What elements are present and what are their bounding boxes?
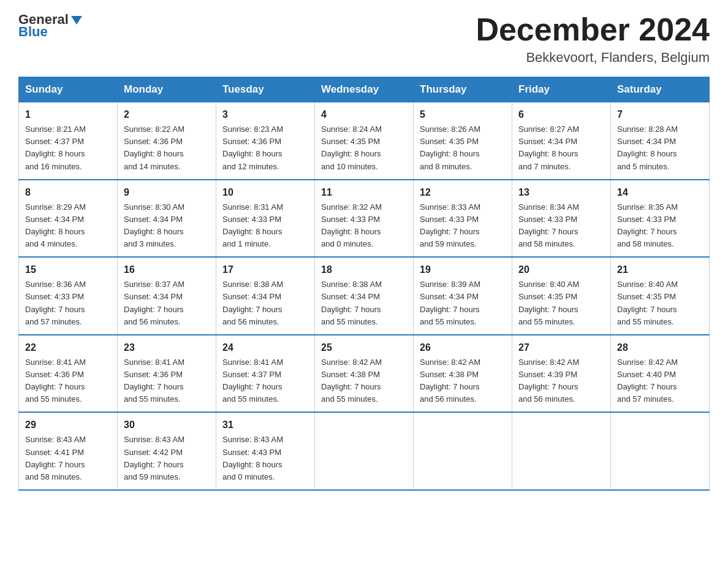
day-number: 24: [222, 340, 308, 355]
day-number: 22: [25, 340, 111, 355]
day-number: 2: [124, 107, 210, 122]
day-cell-20: 20Sunrise: 8:40 AM Sunset: 4:35 PM Dayli…: [512, 257, 611, 335]
day-info: Sunrise: 8:23 AM Sunset: 4:36 PM Dayligh…: [222, 123, 308, 173]
day-cell-27: 27Sunrise: 8:42 AM Sunset: 4:39 PM Dayli…: [512, 335, 611, 413]
day-info: Sunrise: 8:24 AM Sunset: 4:35 PM Dayligh…: [321, 123, 407, 173]
logo: General Blue: [18, 12, 83, 39]
day-number: 23: [124, 340, 210, 355]
day-number: 4: [321, 107, 407, 122]
day-cell-6: 6Sunrise: 8:27 AM Sunset: 4:34 PM Daylig…: [512, 102, 611, 180]
day-info: Sunrise: 8:39 AM Sunset: 4:34 PM Dayligh…: [420, 278, 506, 328]
day-info: Sunrise: 8:31 AM Sunset: 4:33 PM Dayligh…: [222, 201, 308, 251]
day-number: 11: [321, 185, 407, 200]
day-number: 30: [124, 418, 210, 432]
logo-arrow-icon: [70, 13, 83, 27]
day-info: Sunrise: 8:36 AM Sunset: 4:33 PM Dayligh…: [25, 278, 111, 328]
day-number: 1: [25, 107, 111, 122]
day-cell-22: 22Sunrise: 8:41 AM Sunset: 4:36 PM Dayli…: [19, 335, 118, 413]
empty-cell: [611, 412, 710, 490]
week-row-3: 15Sunrise: 8:36 AM Sunset: 4:33 PM Dayli…: [19, 257, 710, 335]
day-number: 27: [518, 340, 604, 355]
day-info: Sunrise: 8:42 AM Sunset: 4:39 PM Dayligh…: [518, 356, 604, 406]
day-cell-7: 7Sunrise: 8:28 AM Sunset: 4:34 PM Daylig…: [611, 102, 710, 180]
day-number: 26: [420, 340, 506, 355]
day-number: 10: [222, 185, 308, 200]
day-number: 31: [222, 418, 308, 432]
day-info: Sunrise: 8:38 AM Sunset: 4:34 PM Dayligh…: [222, 278, 308, 328]
day-info: Sunrise: 8:42 AM Sunset: 4:38 PM Dayligh…: [321, 356, 407, 406]
day-number: 13: [518, 185, 604, 200]
day-info: Sunrise: 8:37 AM Sunset: 4:34 PM Dayligh…: [124, 278, 210, 328]
day-number: 19: [420, 262, 506, 277]
day-cell-12: 12Sunrise: 8:33 AM Sunset: 4:33 PM Dayli…: [414, 180, 512, 258]
logo-blue: Blue: [18, 25, 48, 39]
day-info: Sunrise: 8:28 AM Sunset: 4:34 PM Dayligh…: [617, 123, 703, 173]
day-info: Sunrise: 8:43 AM Sunset: 4:41 PM Dayligh…: [25, 434, 111, 483]
day-info: Sunrise: 8:40 AM Sunset: 4:35 PM Dayligh…: [518, 278, 604, 328]
title-block: December 2024 Bekkevoort, Flanders, Belg…: [476, 12, 710, 66]
day-cell-23: 23Sunrise: 8:41 AM Sunset: 4:36 PM Dayli…: [118, 335, 216, 413]
day-info: Sunrise: 8:21 AM Sunset: 4:37 PM Dayligh…: [25, 123, 111, 173]
day-cell-25: 25Sunrise: 8:42 AM Sunset: 4:38 PM Dayli…: [315, 335, 414, 413]
day-info: Sunrise: 8:38 AM Sunset: 4:34 PM Dayligh…: [321, 278, 407, 328]
weekday-header-sunday: Sunday: [19, 77, 118, 102]
day-cell-29: 29Sunrise: 8:43 AM Sunset: 4:41 PM Dayli…: [19, 412, 118, 490]
empty-cell: [414, 412, 512, 490]
weekday-header-thursday: Thursday: [414, 77, 512, 102]
day-info: Sunrise: 8:35 AM Sunset: 4:33 PM Dayligh…: [617, 201, 703, 251]
day-cell-10: 10Sunrise: 8:31 AM Sunset: 4:33 PM Dayli…: [216, 180, 315, 258]
day-number: 17: [222, 262, 308, 277]
day-number: 18: [321, 262, 407, 277]
day-number: 7: [617, 107, 703, 122]
day-info: Sunrise: 8:41 AM Sunset: 4:36 PM Dayligh…: [25, 356, 111, 406]
location-subtitle: Bekkevoort, Flanders, Belgium: [476, 50, 710, 66]
day-info: Sunrise: 8:29 AM Sunset: 4:34 PM Dayligh…: [25, 201, 111, 251]
day-cell-5: 5Sunrise: 8:26 AM Sunset: 4:35 PM Daylig…: [414, 102, 512, 180]
day-number: 14: [617, 185, 703, 200]
day-info: Sunrise: 8:42 AM Sunset: 4:40 PM Dayligh…: [617, 356, 703, 406]
day-number: 8: [25, 185, 111, 200]
day-cell-2: 2Sunrise: 8:22 AM Sunset: 4:36 PM Daylig…: [118, 102, 216, 180]
day-info: Sunrise: 8:30 AM Sunset: 4:34 PM Dayligh…: [124, 201, 210, 251]
day-info: Sunrise: 8:34 AM Sunset: 4:33 PM Dayligh…: [518, 201, 604, 251]
day-cell-19: 19Sunrise: 8:39 AM Sunset: 4:34 PM Dayli…: [414, 257, 512, 335]
day-cell-31: 31Sunrise: 8:43 AM Sunset: 4:43 PM Dayli…: [216, 412, 315, 490]
day-cell-28: 28Sunrise: 8:42 AM Sunset: 4:40 PM Dayli…: [611, 335, 710, 413]
day-cell-13: 13Sunrise: 8:34 AM Sunset: 4:33 PM Dayli…: [512, 180, 611, 258]
day-cell-17: 17Sunrise: 8:38 AM Sunset: 4:34 PM Dayli…: [216, 257, 315, 335]
day-number: 12: [420, 185, 506, 200]
day-cell-9: 9Sunrise: 8:30 AM Sunset: 4:34 PM Daylig…: [118, 180, 216, 258]
day-number: 5: [420, 107, 506, 122]
day-info: Sunrise: 8:42 AM Sunset: 4:38 PM Dayligh…: [420, 356, 506, 406]
day-number: 20: [518, 262, 604, 277]
weekday-header-friday: Friday: [512, 77, 611, 102]
day-cell-3: 3Sunrise: 8:23 AM Sunset: 4:36 PM Daylig…: [216, 102, 315, 180]
day-number: 29: [25, 418, 111, 432]
svg-marker-0: [71, 16, 82, 25]
weekday-header-row: SundayMondayTuesdayWednesdayThursdayFrid…: [19, 77, 710, 102]
day-number: 21: [617, 262, 703, 277]
day-info: Sunrise: 8:26 AM Sunset: 4:35 PM Dayligh…: [420, 123, 506, 173]
day-number: 15: [25, 262, 111, 277]
day-number: 25: [321, 340, 407, 355]
weekday-header-tuesday: Tuesday: [216, 77, 315, 102]
day-cell-15: 15Sunrise: 8:36 AM Sunset: 4:33 PM Dayli…: [19, 257, 118, 335]
page-header: General Blue December 2024 Bekkevoort, F…: [18, 12, 710, 66]
day-info: Sunrise: 8:32 AM Sunset: 4:33 PM Dayligh…: [321, 201, 407, 251]
weekday-header-saturday: Saturday: [611, 77, 710, 102]
day-info: Sunrise: 8:27 AM Sunset: 4:34 PM Dayligh…: [518, 123, 604, 173]
day-info: Sunrise: 8:33 AM Sunset: 4:33 PM Dayligh…: [420, 201, 506, 251]
empty-cell: [512, 412, 611, 490]
weekday-header-monday: Monday: [118, 77, 216, 102]
calendar-table: SundayMondayTuesdayWednesdayThursdayFrid…: [18, 77, 710, 491]
day-cell-16: 16Sunrise: 8:37 AM Sunset: 4:34 PM Dayli…: [118, 257, 216, 335]
day-number: 16: [124, 262, 210, 277]
day-cell-18: 18Sunrise: 8:38 AM Sunset: 4:34 PM Dayli…: [315, 257, 414, 335]
day-info: Sunrise: 8:41 AM Sunset: 4:37 PM Dayligh…: [222, 356, 308, 406]
week-row-5: 29Sunrise: 8:43 AM Sunset: 4:41 PM Dayli…: [19, 412, 710, 490]
day-cell-1: 1Sunrise: 8:21 AM Sunset: 4:37 PM Daylig…: [19, 102, 118, 180]
week-row-1: 1Sunrise: 8:21 AM Sunset: 4:37 PM Daylig…: [19, 102, 710, 180]
day-info: Sunrise: 8:43 AM Sunset: 4:42 PM Dayligh…: [124, 434, 210, 483]
day-cell-21: 21Sunrise: 8:40 AM Sunset: 4:35 PM Dayli…: [611, 257, 710, 335]
weekday-header-wednesday: Wednesday: [315, 77, 414, 102]
